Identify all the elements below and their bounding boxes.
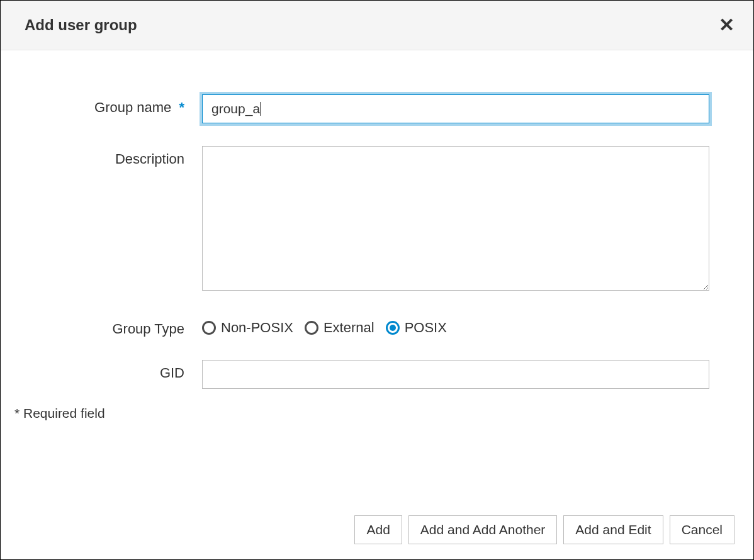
gid-input[interactable] <box>202 360 709 389</box>
radio-circle-selected-icon <box>386 321 400 335</box>
group-type-row: Group Type Non-POSIX External <box>13 316 709 337</box>
group-name-row: Group name * group_a <box>13 94 709 123</box>
add-and-add-another-button[interactable]: Add and Add Another <box>408 515 558 544</box>
radio-external-label: External <box>324 320 374 336</box>
dialog-header: Add user group ✕ <box>1 1 753 50</box>
group-type-input-col: Non-POSIX External POSIX <box>202 316 709 336</box>
radio-posix-label: POSIX <box>405 320 447 336</box>
add-and-edit-button[interactable]: Add and Edit <box>563 515 663 544</box>
group-type-label: Group Type <box>13 316 202 337</box>
gid-input-col <box>202 360 709 389</box>
group-name-label: Group name * <box>13 94 202 116</box>
dialog-footer: Add Add and Add Another Add and Edit Can… <box>1 515 753 559</box>
description-input-col <box>202 146 709 293</box>
add-user-group-dialog: Add user group ✕ Group name * group_a De… <box>0 0 754 560</box>
radio-dot-icon <box>390 325 396 331</box>
radio-circle-icon <box>305 321 318 335</box>
gid-label: GID <box>13 360 202 381</box>
cancel-button[interactable]: Cancel <box>670 515 734 544</box>
description-input[interactable] <box>202 146 709 291</box>
group-name-label-text: Group name <box>94 99 171 115</box>
description-label: Description <box>13 146 202 167</box>
group-name-value: group_a <box>211 101 260 116</box>
gid-row: GID <box>13 360 709 389</box>
dialog-body: Group name * group_a Description Group T… <box>1 50 753 515</box>
dialog-title: Add user group <box>25 16 137 34</box>
radio-external[interactable]: External <box>305 320 374 336</box>
group-name-input-col: group_a <box>202 94 709 123</box>
text-cursor-icon <box>260 102 261 116</box>
radio-posix[interactable]: POSIX <box>386 320 447 336</box>
group-name-input[interactable]: group_a <box>202 94 709 123</box>
group-type-radio-group: Non-POSIX External POSIX <box>202 316 709 336</box>
required-field-note: * Required field <box>14 406 105 421</box>
required-asterisk-icon: * <box>179 99 184 115</box>
description-row: Description <box>13 146 709 293</box>
radio-circle-icon <box>202 321 216 335</box>
radio-non-posix[interactable]: Non-POSIX <box>202 320 293 336</box>
add-button[interactable]: Add <box>354 515 402 544</box>
close-icon[interactable]: ✕ <box>719 16 734 35</box>
radio-non-posix-label: Non-POSIX <box>221 320 293 336</box>
